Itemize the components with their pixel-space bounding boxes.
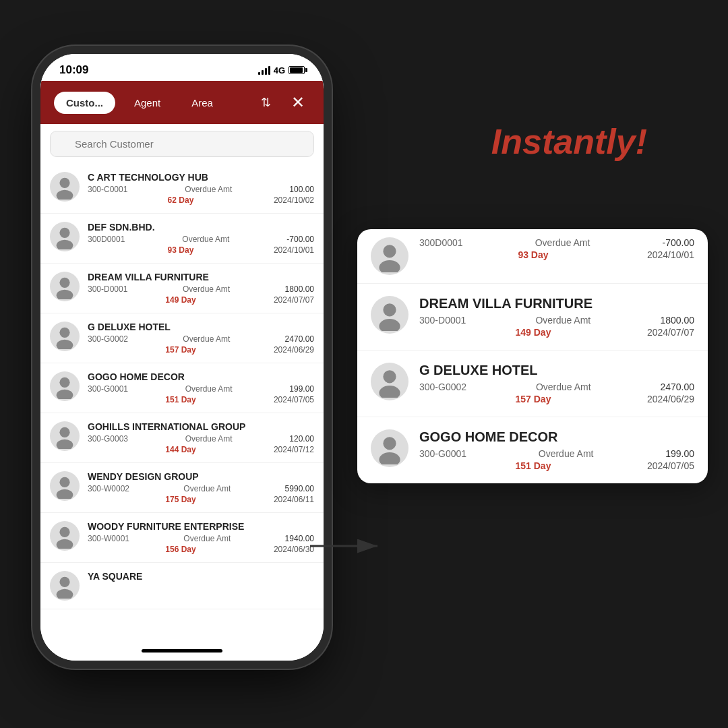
list-item[interactable]: DREAM VILLA FURNITURE 300-D0001 Overdue …	[40, 264, 324, 313]
customer-code: 300D0001	[88, 235, 125, 244]
customer-name: GOGO HOME DECOR	[88, 371, 314, 382]
customer-row2: 144 Day 2024/07/12	[88, 445, 314, 454]
svg-point-2	[57, 190, 73, 200]
customer-details: 300-D0001 Overdue Amt 1800.00	[419, 315, 694, 326]
customer-code: 300-G0003	[88, 434, 128, 444]
customer-name: GOHILLS INTERNATIONAL GROUP	[88, 421, 314, 432]
overdue-amount: 1800.00	[285, 284, 314, 294]
battery-icon	[289, 66, 305, 74]
person-icon	[373, 299, 406, 331]
signal-bar-1	[258, 72, 260, 75]
list-item[interactable]: DEF SDN.BHD. 300D0001 Overdue Amt -700.0…	[40, 214, 324, 264]
customer-details: 300D0001 Overdue Amt -700.00	[88, 235, 314, 244]
customer-details: 300-G0001 Overdue Amt 199.00	[88, 384, 314, 394]
customer-name: G DELUXE HOTEL	[419, 363, 694, 378]
customer-row2: 151 Day 2024/07/05	[419, 460, 694, 471]
tab-customer[interactable]: Custo...	[54, 92, 115, 114]
customer-row2: 157 Day 2024/06/29	[88, 345, 314, 355]
overdue-days: 151 Day	[515, 460, 551, 471]
overdue-amount: 2470.00	[660, 382, 694, 392]
customer-name: DEF SDN.BHD.	[88, 222, 314, 233]
overdue-days: 93 Day	[518, 249, 548, 260]
customer-name: GOGO HOME DECOR	[419, 429, 694, 445]
customer-name: G DELUXE HOTEL	[88, 322, 314, 332]
svg-point-10	[57, 390, 73, 399]
overdue-days: 149 Day	[515, 327, 551, 338]
list-item[interactable]: C ART TECHNOLOGY HUB 300-C0001 Overdue A…	[40, 164, 324, 214]
person-icon	[52, 174, 78, 200]
person-icon	[52, 423, 78, 449]
avatar	[50, 571, 80, 601]
svg-point-25	[383, 437, 396, 450]
overdue-date: 2024/10/01	[274, 245, 314, 255]
customer-details: 300D0001 Overdue Amt -700.00	[419, 237, 694, 248]
customer-name: WOODY FURNITURE ENTERPRISE	[88, 521, 314, 532]
svg-point-5	[59, 278, 69, 288]
overdue-days: 157 Day	[165, 345, 195, 355]
overdue-days: 144 Day	[165, 445, 195, 454]
customer-info: G DELUXE HOTEL 300-G0002 Overdue Amt 247…	[419, 363, 694, 404]
overdue-label: Overdue Amt	[182, 235, 229, 244]
svg-point-19	[383, 245, 396, 257]
customer-details: 300-G0002 Overdue Amt 2470.00	[88, 334, 314, 344]
svg-point-24	[379, 386, 400, 398]
list-item[interactable]: WENDY DESIGN GROUP 300-W0002 Overdue Amt…	[40, 463, 324, 513]
overdue-label: Overdue Amt	[183, 484, 231, 493]
person-icon	[52, 573, 78, 599]
zoomed-list-item[interactable]: G DELUXE HOTEL 300-G0002 Overdue Amt 247…	[357, 351, 708, 417]
search-input[interactable]	[50, 131, 314, 157]
overdue-label: Overdue Amt	[185, 384, 233, 394]
overdue-days: 93 Day	[168, 245, 194, 255]
sort-button[interactable]: ⇅	[255, 90, 279, 115]
overdue-date: 2024/06/30	[274, 545, 314, 554]
zoomed-list-item[interactable]: DREAM VILLA FURNITURE 300-D0001 Overdue …	[357, 284, 708, 351]
svg-point-12	[57, 439, 73, 449]
customer-row2: 157 Day 2024/06/29	[419, 394, 694, 404]
overdue-label: Overdue Amt	[539, 448, 594, 459]
list-item[interactable]: WOODY FURNITURE ENTERPRISE 300-W0001 Ove…	[40, 513, 324, 563]
overdue-date: 2024/07/05	[274, 395, 314, 404]
svg-point-20	[379, 260, 400, 272]
svg-point-21	[383, 303, 396, 316]
person-icon	[52, 523, 78, 549]
status-bar: 10:09 4G	[40, 54, 324, 81]
overdue-date: 2024/06/11	[274, 495, 314, 504]
customer-row2: 175 Day 2024/06/11	[88, 495, 314, 504]
overdue-label: Overdue Amt	[536, 382, 591, 392]
customer-details: 300-G0002 Overdue Amt 2470.00	[419, 382, 694, 392]
tab-area[interactable]: Area	[179, 92, 225, 114]
zoomed-partial-item: 300D0001 Overdue Amt -700.00 93 Day 2024…	[357, 229, 708, 284]
customer-info: DEF SDN.BHD. 300D0001 Overdue Amt -700.0…	[88, 222, 314, 255]
customer-code: 300-W0001	[88, 534, 129, 543]
search-wrapper: 🔍	[50, 131, 314, 157]
overdue-label: Overdue Amt	[535, 237, 590, 248]
customer-name: DREAM VILLA FURNITURE	[88, 272, 314, 282]
customer-info: WOODY FURNITURE ENTERPRISE 300-W0001 Ove…	[88, 521, 314, 554]
app-header: Custo... Agent Area ⇅ ✕	[40, 81, 324, 124]
overdue-amount: -700.00	[286, 235, 314, 244]
list-item[interactable]: GOHILLS INTERNATIONAL GROUP 300-G0003 Ov…	[40, 413, 324, 463]
list-item[interactable]: GOGO HOME DECOR 300-G0001 Overdue Amt 19…	[40, 363, 324, 413]
person-icon	[373, 240, 406, 272]
zoomed-list-item[interactable]: GOGO HOME DECOR 300-G0001 Overdue Amt 19…	[357, 417, 708, 483]
overdue-days: 62 Day	[168, 195, 194, 205]
close-button[interactable]: ✕	[286, 90, 310, 115]
svg-point-23	[383, 370, 396, 383]
list-item[interactable]: YA SQUARE	[40, 563, 324, 609]
overdue-days: 149 Day	[165, 295, 195, 305]
overdue-label: Overdue Amt	[183, 284, 230, 294]
avatar	[371, 363, 408, 400]
svg-point-13	[59, 477, 69, 487]
tab-agent[interactable]: Agent	[122, 92, 173, 114]
list-item[interactable]: G DELUXE HOTEL 300-G0002 Overdue Amt 247…	[40, 313, 324, 363]
svg-point-16	[57, 539, 73, 549]
signal-bar-3	[265, 68, 267, 75]
person-icon	[52, 224, 78, 249]
overdue-date: 2024/06/29	[647, 394, 694, 404]
home-bar	[142, 649, 222, 653]
svg-point-8	[57, 340, 73, 349]
svg-text:⇅: ⇅	[261, 96, 271, 109]
svg-point-1	[59, 178, 69, 188]
customer-info: YA SQUARE	[88, 571, 314, 584]
customer-info: G DELUXE HOTEL 300-G0002 Overdue Amt 247…	[88, 322, 314, 355]
